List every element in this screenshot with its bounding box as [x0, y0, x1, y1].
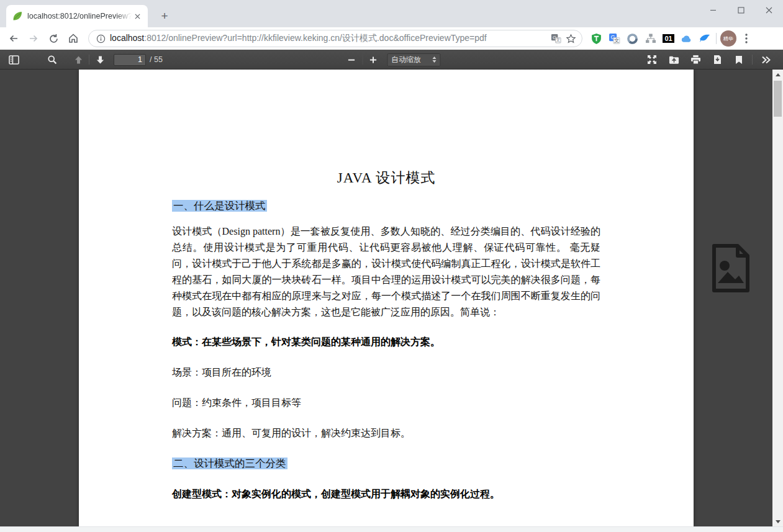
image-file-icon — [709, 243, 753, 293]
print-icon[interactable] — [687, 52, 704, 68]
doc-line: 问题：约束条件，项目目标等 — [172, 395, 600, 411]
select-spinner-icon — [432, 56, 436, 63]
doc-bold-line: 创建型模式：对象实例化的模式，创建型模式用于解耦对象的实例化过程。 — [172, 486, 600, 502]
document-page: JAVA 设计模式 一、什么是设计模式 设计模式（Design pattern）… — [79, 70, 694, 526]
maximize-icon[interactable] — [727, 0, 755, 20]
svg-text:文: 文 — [614, 37, 620, 43]
forward-icon[interactable] — [24, 29, 43, 48]
url-path: :8012/onlinePreview?url=http://kkfilevie… — [144, 33, 486, 43]
browser-tab[interactable]: localhost:8012/onlinePreview? — [6, 5, 148, 27]
zoom-out-icon[interactable] — [343, 52, 360, 68]
toolbar-divider — [362, 55, 363, 65]
close-icon[interactable] — [755, 0, 783, 20]
search-icon[interactable] — [43, 52, 61, 68]
page-number-input[interactable] — [114, 54, 146, 66]
doc-heading-2: 二、设计模式的三个分类 — [172, 456, 600, 472]
doc-line: 解决方案：通用、可复用的设计，解决约束达到目标。 — [172, 425, 600, 441]
bird-extension-icon[interactable] — [695, 30, 713, 48]
bookmark-star-icon[interactable] — [563, 31, 578, 46]
zoom-in-icon[interactable] — [364, 52, 382, 68]
doc-line: 场景：项目所在的环境 — [172, 364, 600, 381]
sitemap-extension-icon[interactable] — [641, 30, 659, 48]
browser-menu-icon[interactable] — [737, 30, 755, 48]
badge-01-extension-icon[interactable]: 01 — [659, 30, 677, 48]
back-icon[interactable] — [4, 29, 24, 48]
avatar-label: 精华 — [720, 30, 736, 47]
pdf-toolbar: / 55 自动缩放 — [0, 50, 783, 70]
highlighted-heading: 二、设计模式的三个分类 — [172, 458, 287, 469]
page-count-label: / 55 — [150, 55, 163, 64]
profile-avatar[interactable]: 精华 — [719, 30, 737, 48]
doc-heading-1: 一、什么是设计模式 — [172, 198, 600, 214]
previous-page-icon[interactable] — [70, 52, 87, 68]
zoom-scale-select[interactable]: 自动缩放 — [387, 53, 440, 66]
minimize-icon[interactable] — [699, 0, 727, 20]
tab-title: localhost:8012/onlinePreview? — [27, 12, 132, 20]
address-bar[interactable]: localhost:8012/onlinePreview?url=http://… — [88, 30, 582, 47]
home-icon[interactable] — [63, 29, 83, 48]
scroll-up-icon[interactable] — [772, 70, 783, 79]
tab-strip: localhost:8012/onlinePreview? + — [0, 0, 783, 27]
pdf-toolbar-center: 自动缩放 — [343, 50, 440, 70]
browser-window: localhost:8012/onlinePreview? + — [0, 0, 783, 532]
translate-extension-icon[interactable]: G文 — [605, 30, 623, 48]
document-title: JAVA 设计模式 — [172, 169, 600, 187]
highlighted-heading: 一、什么是设计模式 — [172, 200, 267, 212]
doc-paragraph: 设计模式（Design pattern）是一套被反复使用、多数人知晓的、经过分类… — [172, 223, 600, 320]
more-tools-icon[interactable] — [757, 52, 774, 68]
toolbar-divider — [89, 55, 89, 65]
shield-extension-icon[interactable] — [587, 30, 605, 48]
page-info-icon[interactable] — [94, 32, 107, 45]
url-host: localhost — [110, 33, 144, 43]
badge-01-label: 01 — [663, 34, 674, 43]
new-tab-button[interactable]: + — [156, 8, 173, 24]
pdf-viewer-area[interactable]: JAVA 设计模式 一、什么是设计模式 设计模式（Design pattern）… — [0, 70, 783, 526]
presentation-mode-icon[interactable] — [643, 52, 661, 68]
zoom-scale-value: 自动缩放 — [391, 55, 432, 65]
reload-icon[interactable] — [43, 29, 63, 48]
navigation-bar: localhost:8012/onlinePreview?url=http://… — [0, 27, 783, 50]
open-file-icon[interactable] — [665, 52, 682, 68]
pdf-toolbar-left: / 55 — [0, 50, 163, 70]
download-icon[interactable] — [708, 52, 726, 68]
ring-extension-icon[interactable] — [623, 30, 641, 48]
vertical-scrollbar[interactable] — [772, 70, 783, 526]
bookmark-view-icon[interactable] — [730, 52, 748, 68]
toolbar-divider — [752, 55, 753, 65]
sidebar-toggle-icon[interactable] — [5, 52, 22, 68]
doc-bold-line: 模式：在某些场景下，针对某类问题的某种通用的解决方案。 — [172, 334, 600, 350]
translate-page-icon[interactable]: G文 — [548, 31, 563, 46]
url-text[interactable]: localhost:8012/onlinePreview?url=http://… — [110, 33, 548, 44]
cloud-extension-icon[interactable] — [677, 30, 695, 48]
svg-text:文: 文 — [556, 37, 560, 43]
next-page-icon[interactable] — [91, 52, 109, 68]
scrollbar-thumb[interactable] — [774, 81, 782, 117]
pdf-toolbar-right — [643, 50, 774, 70]
scroll-down-icon[interactable] — [772, 516, 783, 526]
extensions-row: G文 01 精华 — [587, 30, 755, 48]
tab-close-icon[interactable] — [132, 11, 143, 22]
extensions-divider — [716, 33, 717, 44]
horizontal-scrollbar-track[interactable] — [0, 526, 783, 532]
window-controls — [699, 0, 783, 20]
spring-leaf-favicon — [12, 11, 22, 21]
